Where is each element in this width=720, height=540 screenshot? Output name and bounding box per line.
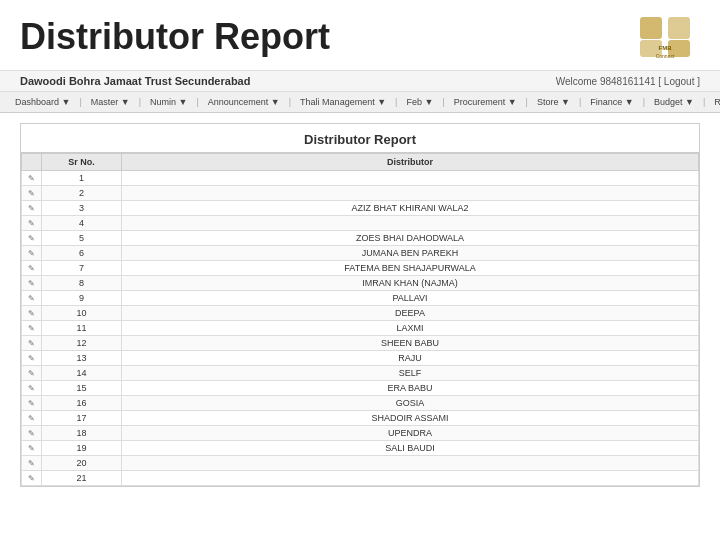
distributor-cell: SALI BAUDI xyxy=(122,441,699,456)
table-row: ✎20 xyxy=(22,456,699,471)
edit-cell[interactable]: ✎ xyxy=(22,456,42,471)
sr-no-cell: 12 xyxy=(42,336,122,351)
svg-text:Connect: Connect xyxy=(656,53,675,59)
distributor-cell: UPENDRA xyxy=(122,426,699,441)
edit-icon[interactable]: ✎ xyxy=(28,429,35,438)
nav-dashboard[interactable]: Dashboard ▼ xyxy=(10,95,75,109)
edit-cell[interactable]: ✎ xyxy=(22,246,42,261)
sr-no-cell: 17 xyxy=(42,411,122,426)
sr-no-cell: 10 xyxy=(42,306,122,321)
table-header-row: Sr No. Distributor xyxy=(22,154,699,171)
edit-cell[interactable]: ✎ xyxy=(22,171,42,186)
distributor-cell xyxy=(122,471,699,486)
edit-cell[interactable]: ✎ xyxy=(22,381,42,396)
distributor-cell xyxy=(122,216,699,231)
sub-header: Dawoodi Bohra Jamaat Trust Secunderabad … xyxy=(0,71,720,92)
nav-master[interactable]: Master ▼ xyxy=(86,95,135,109)
svg-rect-1 xyxy=(668,17,690,39)
edit-icon[interactable]: ✎ xyxy=(28,249,35,258)
sr-no-cell: 18 xyxy=(42,426,122,441)
edit-icon[interactable]: ✎ xyxy=(28,204,35,213)
report-container: Distributor Report Sr No. Distributor ✎1… xyxy=(20,123,700,487)
edit-icon[interactable]: ✎ xyxy=(28,339,35,348)
edit-cell[interactable]: ✎ xyxy=(22,231,42,246)
sr-no-cell: 15 xyxy=(42,381,122,396)
nav-store[interactable]: Store ▼ xyxy=(532,95,575,109)
table-row: ✎7FATEMA BEN SHAJAPURWALA xyxy=(22,261,699,276)
edit-cell[interactable]: ✎ xyxy=(22,276,42,291)
edit-icon[interactable]: ✎ xyxy=(28,279,35,288)
edit-cell[interactable]: ✎ xyxy=(22,261,42,276)
main-content: Distributor Report Sr No. Distributor ✎1… xyxy=(0,113,720,497)
report-title: Distributor Report xyxy=(21,124,699,153)
distributor-cell xyxy=(122,186,699,201)
nav-procurement[interactable]: Procurement ▼ xyxy=(449,95,522,109)
edit-icon[interactable]: ✎ xyxy=(28,354,35,363)
edit-cell[interactable]: ✎ xyxy=(22,366,42,381)
col-header-srno: Sr No. xyxy=(42,154,122,171)
edit-icon[interactable]: ✎ xyxy=(28,444,35,453)
distributor-cell: SHADOIR ASSAMI xyxy=(122,411,699,426)
nav-thali[interactable]: Thali Management ▼ xyxy=(295,95,391,109)
edit-cell[interactable]: ✎ xyxy=(22,426,42,441)
sr-no-cell: 2 xyxy=(42,186,122,201)
edit-icon[interactable]: ✎ xyxy=(28,369,35,378)
edit-cell[interactable]: ✎ xyxy=(22,291,42,306)
distributor-cell: PALLAVI xyxy=(122,291,699,306)
top-header: Distributor Report FMB Connect xyxy=(0,0,720,71)
edit-icon[interactable]: ✎ xyxy=(28,324,35,333)
edit-icon[interactable]: ✎ xyxy=(28,234,35,243)
table-row: ✎8IMRAN KHAN (NAJMA) xyxy=(22,276,699,291)
distributor-cell: ZOES BHAI DAHODWALA xyxy=(122,231,699,246)
table-row: ✎19SALI BAUDI xyxy=(22,441,699,456)
edit-icon[interactable]: ✎ xyxy=(28,264,35,273)
sr-no-cell: 6 xyxy=(42,246,122,261)
distributor-cell: DEEPA xyxy=(122,306,699,321)
distributor-cell: JUMANA BEN PAREKH xyxy=(122,246,699,261)
col-header-distributor: Distributor xyxy=(122,154,699,171)
edit-icon[interactable]: ✎ xyxy=(28,189,35,198)
edit-icon[interactable]: ✎ xyxy=(28,309,35,318)
edit-cell[interactable]: ✎ xyxy=(22,351,42,366)
nav-announcement[interactable]: Announcement ▼ xyxy=(203,95,285,109)
edit-icon[interactable]: ✎ xyxy=(28,474,35,483)
table-row: ✎11LAXMI xyxy=(22,321,699,336)
edit-cell[interactable]: ✎ xyxy=(22,321,42,336)
edit-icon[interactable]: ✎ xyxy=(28,399,35,408)
distributor-cell xyxy=(122,456,699,471)
table-row: ✎2 xyxy=(22,186,699,201)
svg-rect-0 xyxy=(640,17,662,39)
edit-icon[interactable]: ✎ xyxy=(28,414,35,423)
nav-numin[interactable]: Numin ▼ xyxy=(145,95,192,109)
table-row: ✎12SHEEN BABU xyxy=(22,336,699,351)
edit-icon[interactable]: ✎ xyxy=(28,294,35,303)
sr-no-cell: 4 xyxy=(42,216,122,231)
edit-icon[interactable]: ✎ xyxy=(28,174,35,183)
sr-no-cell: 13 xyxy=(42,351,122,366)
edit-cell[interactable]: ✎ xyxy=(22,336,42,351)
sr-no-cell: 3 xyxy=(42,201,122,216)
nav-report[interactable]: Report ▼ xyxy=(709,95,720,109)
distributor-cell: RAJU xyxy=(122,351,699,366)
col-header-edit xyxy=(22,154,42,171)
edit-icon[interactable]: ✎ xyxy=(28,384,35,393)
logo-area: FMB Connect xyxy=(630,12,700,62)
edit-icon[interactable]: ✎ xyxy=(28,459,35,468)
table-row: ✎5ZOES BHAI DAHODWALA xyxy=(22,231,699,246)
edit-cell[interactable]: ✎ xyxy=(22,396,42,411)
nav-budget[interactable]: Budget ▼ xyxy=(649,95,699,109)
distributor-cell: GOSIA xyxy=(122,396,699,411)
nav-finance[interactable]: Finance ▼ xyxy=(585,95,638,109)
sr-no-cell: 8 xyxy=(42,276,122,291)
nav-feb[interactable]: Feb ▼ xyxy=(401,95,438,109)
edit-icon[interactable]: ✎ xyxy=(28,219,35,228)
edit-cell[interactable]: ✎ xyxy=(22,441,42,456)
edit-cell[interactable]: ✎ xyxy=(22,306,42,321)
sr-no-cell: 7 xyxy=(42,261,122,276)
edit-cell[interactable]: ✎ xyxy=(22,201,42,216)
edit-cell[interactable]: ✎ xyxy=(22,216,42,231)
fmb-logo-icon: FMB Connect xyxy=(635,12,695,62)
edit-cell[interactable]: ✎ xyxy=(22,471,42,486)
edit-cell[interactable]: ✎ xyxy=(22,411,42,426)
edit-cell[interactable]: ✎ xyxy=(22,186,42,201)
